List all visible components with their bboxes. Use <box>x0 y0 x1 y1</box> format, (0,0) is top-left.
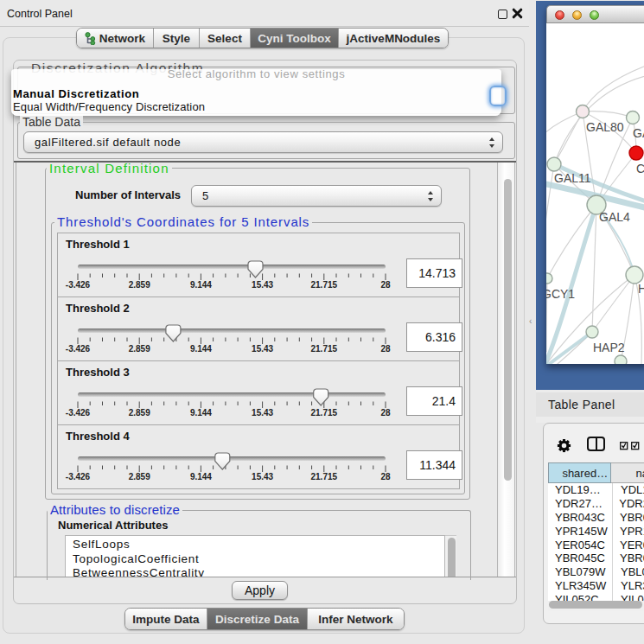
svg-text:GAL4: GAL4 <box>599 210 630 224</box>
svg-text:HAP2: HAP2 <box>593 341 625 354</box>
svg-text:GAL11: GAL11 <box>554 171 591 185</box>
svg-text:GAL80: GAL80 <box>586 120 624 134</box>
svg-text:GA: GA <box>633 126 644 140</box>
svg-text:GCY1: GCY1 <box>546 287 575 301</box>
svg-text:C: C <box>636 162 644 175</box>
svg-text:H: H <box>638 282 644 296</box>
